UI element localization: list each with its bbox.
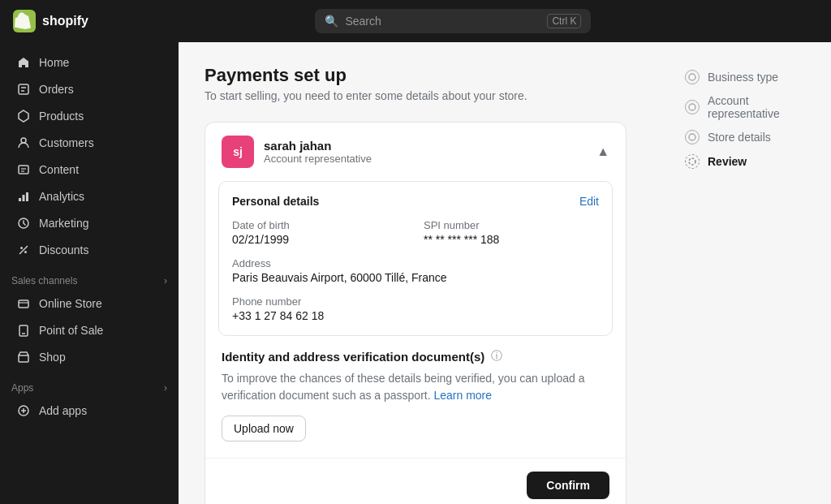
step-label-2: Account representative bbox=[708, 94, 815, 120]
learn-more-link[interactable]: Learn more bbox=[433, 389, 492, 402]
apps-header: Apps › bbox=[0, 371, 179, 397]
sidebar-item-pos-label: Point of Sale bbox=[39, 324, 103, 337]
svg-rect-1 bbox=[19, 84, 28, 94]
sidebar-item-analytics-label: Analytics bbox=[39, 190, 84, 203]
svg-point-13 bbox=[20, 247, 23, 249]
account-card: sj sarah jahan Account representative ▲ … bbox=[205, 122, 626, 504]
avatar: sj bbox=[222, 136, 254, 168]
confirm-row: Confirm bbox=[205, 458, 626, 504]
step-account-rep: Account representative bbox=[685, 89, 815, 125]
address-label: Address bbox=[232, 257, 599, 269]
sidebar-item-customers[interactable]: Customers bbox=[5, 130, 174, 156]
online-store-icon bbox=[16, 296, 31, 311]
sidebar-item-marketing[interactable]: Marketing bbox=[5, 210, 174, 236]
verification-section: Identity and address verification docume… bbox=[205, 349, 626, 458]
dob-label: Date of birth bbox=[232, 219, 407, 231]
sidebar: Home Orders Products Customers Content bbox=[0, 42, 179, 504]
orders-icon bbox=[16, 82, 31, 97]
svg-point-25 bbox=[689, 134, 695, 140]
phone-field: Phone number +33 1 27 84 62 18 bbox=[232, 295, 599, 322]
person-info: sarah jahan Account representative bbox=[264, 139, 372, 165]
steps-list: Business type Account representative Sto… bbox=[685, 65, 815, 174]
search-bar[interactable]: 🔍 Search Ctrl K bbox=[315, 9, 591, 33]
sidebar-item-add-apps[interactable]: Add apps bbox=[5, 398, 174, 424]
sidebar-item-discounts[interactable]: Discounts bbox=[5, 237, 174, 263]
svg-marker-4 bbox=[19, 110, 28, 122]
sidebar-item-online-store[interactable]: Online Store bbox=[5, 291, 174, 317]
person-name: sarah jahan bbox=[264, 139, 372, 153]
person-role: Account representative bbox=[264, 153, 372, 165]
personal-details-title: Personal details bbox=[232, 195, 319, 208]
card-header-left: sj sarah jahan Account representative bbox=[222, 136, 372, 168]
sidebar-item-analytics[interactable]: Analytics bbox=[5, 183, 174, 209]
customers-icon bbox=[16, 136, 31, 150]
sidebar-item-orders-label: Orders bbox=[39, 83, 74, 96]
step-label-3: Store details bbox=[708, 131, 771, 144]
logo-area: shopify bbox=[13, 10, 88, 32]
svg-rect-18 bbox=[19, 325, 28, 336]
personal-details-header: Personal details Edit bbox=[232, 195, 599, 208]
personal-details-box: Personal details Edit Date of birth 02/2… bbox=[218, 181, 613, 336]
home-icon bbox=[16, 55, 31, 70]
edit-link[interactable]: Edit bbox=[579, 195, 599, 208]
page-title: Payments set up bbox=[205, 65, 643, 86]
card-header: sj sarah jahan Account representative ▲ bbox=[205, 123, 626, 181]
sidebar-item-content[interactable]: Content bbox=[5, 157, 174, 183]
sidebar-item-products[interactable]: Products bbox=[5, 103, 174, 129]
sidebar-item-shop-label: Shop bbox=[39, 351, 66, 364]
dob-field: Date of birth 02/21/1999 bbox=[232, 219, 407, 246]
sidebar-item-marketing-label: Marketing bbox=[39, 217, 88, 230]
products-icon bbox=[16, 109, 31, 123]
content-icon bbox=[16, 162, 31, 177]
address-field: Address Paris Beauvais Airport, 60000 Ti… bbox=[232, 257, 599, 284]
svg-point-5 bbox=[21, 138, 26, 143]
sidebar-item-customers-label: Customers bbox=[39, 136, 94, 149]
step-business-type: Business type bbox=[685, 65, 815, 89]
dob-value: 02/21/1999 bbox=[232, 233, 407, 246]
svg-rect-6 bbox=[19, 166, 28, 174]
chevron-up-icon[interactable]: ▲ bbox=[596, 144, 609, 159]
plus-icon bbox=[16, 403, 31, 418]
step-circle-4-dashed bbox=[685, 154, 700, 169]
address-value: Paris Beauvais Airport, 60000 Tillé, Fra… bbox=[232, 271, 599, 284]
spi-value: ** ** *** *** 188 bbox=[424, 233, 599, 246]
shopify-logo-icon bbox=[13, 10, 36, 32]
spi-field: SPI number ** ** *** *** 188 bbox=[424, 219, 599, 246]
sidebar-item-home-label: Home bbox=[39, 56, 69, 69]
sidebar-item-pos[interactable]: Point of Sale bbox=[5, 317, 174, 343]
svg-point-14 bbox=[24, 251, 27, 253]
spi-label: SPI number bbox=[424, 219, 599, 231]
shop-icon bbox=[16, 350, 31, 364]
phone-value: +33 1 27 84 62 18 bbox=[232, 309, 599, 322]
brand-name: shopify bbox=[42, 14, 88, 28]
sidebar-item-discounts-label: Discounts bbox=[39, 243, 88, 256]
search-placeholder: Search bbox=[345, 15, 540, 28]
sidebar-item-content-label: Content bbox=[39, 163, 79, 176]
sidebar-item-products-label: Products bbox=[39, 110, 84, 123]
svg-rect-10 bbox=[23, 195, 25, 201]
svg-rect-9 bbox=[19, 198, 21, 201]
sidebar-item-online-store-label: Online Store bbox=[39, 297, 102, 310]
page-subtitle: To start selling, you need to enter some… bbox=[205, 89, 643, 102]
verification-title: Identity and address verification docume… bbox=[222, 350, 484, 364]
step-review: Review bbox=[685, 149, 815, 174]
search-shortcut: Ctrl K bbox=[547, 14, 581, 28]
svg-rect-16 bbox=[19, 300, 28, 308]
step-label-1: Business type bbox=[708, 71, 778, 84]
sidebar-item-add-apps-label: Add apps bbox=[39, 404, 87, 417]
personal-details-grid: Date of birth 02/21/1999 SPI number ** *… bbox=[232, 219, 599, 246]
topbar: shopify 🔍 Search Ctrl K bbox=[0, 0, 831, 42]
sidebar-item-orders[interactable]: Orders bbox=[5, 76, 174, 102]
step-store-details: Store details bbox=[685, 125, 815, 149]
verification-title-row: Identity and address verification docume… bbox=[222, 349, 609, 364]
upload-now-button[interactable]: Upload now bbox=[222, 416, 306, 442]
info-icon[interactable]: ⓘ bbox=[491, 349, 502, 364]
chevron-right-icon: › bbox=[164, 275, 167, 286]
sidebar-item-home[interactable]: Home bbox=[5, 50, 174, 75]
confirm-button[interactable]: Confirm bbox=[527, 472, 609, 499]
search-icon: 🔍 bbox=[325, 15, 338, 28]
apps-chevron-right-icon: › bbox=[164, 382, 167, 394]
sales-channels-header: Sales channels › bbox=[0, 264, 179, 290]
sidebar-item-shop[interactable]: Shop bbox=[5, 344, 174, 370]
analytics-icon bbox=[16, 189, 31, 204]
